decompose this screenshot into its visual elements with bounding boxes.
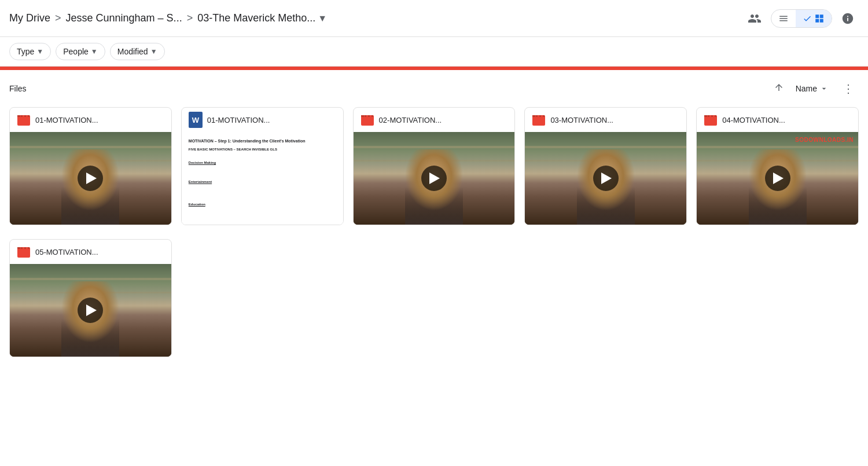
svg-marker-21 (17, 247, 20, 249)
file-thumbnail (10, 264, 171, 357)
doc-content: MOTIVATION – Step 1: Understanding the C… (182, 132, 343, 225)
play-button-overlay[interactable] (765, 166, 790, 191)
video-file-icon (361, 113, 374, 127)
doc-title: MOTIVATION – Step 1: Understanding the C… (189, 139, 336, 143)
list-item[interactable]: 03-MOTIVATION... ⋮ (524, 107, 687, 225)
file-type-icon (532, 113, 546, 127)
svg-marker-8 (368, 115, 370, 117)
svg-marker-1 (17, 115, 20, 117)
sort-up-icon (774, 82, 784, 93)
svg-marker-11 (532, 115, 535, 117)
sort-direction-button[interactable] (771, 80, 786, 98)
file-name: 04-MOTIVATION... (722, 116, 832, 124)
folder2-label: 03-The Maverick Metho... (197, 12, 315, 24)
svg-marker-2 (21, 115, 23, 117)
word-doc-icon: W (189, 112, 203, 128)
doc-section-1: Decision Making (189, 161, 336, 164)
folder2-breadcrumb: 03-The Maverick Metho... ▼ (197, 12, 327, 24)
type-filter-label: Type (17, 47, 34, 56)
play-triangle-icon (86, 304, 97, 316)
sort-name-label: Name (796, 84, 817, 93)
play-button-overlay[interactable] (78, 166, 103, 191)
breadcrumb-sep-2: > (187, 12, 193, 24)
file-card-header: 01-MOTIVATION... ⋮ (10, 108, 171, 132)
files-grid: 01-MOTIVATION... ⋮ (9, 107, 859, 239)
people-button[interactable] (743, 7, 766, 30)
people-chevron-icon: ▼ (91, 47, 98, 56)
files-title: Files (9, 84, 27, 93)
video-file-icon (17, 245, 31, 259)
file-thumbnail (10, 132, 171, 225)
play-button-overlay[interactable] (593, 166, 619, 191)
file-card-header: 05-MOTIVATION... ⋮ (10, 240, 171, 264)
files-more-icon: ⋮ (843, 82, 854, 96)
svg-marker-9 (372, 115, 373, 117)
sort-chevron-icon (819, 84, 829, 93)
list-item[interactable]: 04-MOTIVATION... ⋮ SODOWNLOADS.IN (696, 107, 859, 225)
type-filter[interactable]: Type ▼ (9, 43, 51, 60)
play-button-overlay[interactable] (421, 166, 447, 191)
video-file-icon (704, 113, 718, 127)
svg-marker-13 (539, 115, 541, 117)
doc-subtitle: FIVE BASIC MOTIVATIONS – SEARCH INVISIBL… (189, 148, 336, 151)
file-thumbnail (525, 132, 686, 225)
folder1-link[interactable]: Jesse Cunningham – S... (66, 12, 182, 24)
sort-name-button[interactable]: Name (791, 82, 833, 96)
file-thumbnail (354, 132, 515, 225)
svg-marker-19 (715, 115, 716, 117)
file-card-header: W 01-MOTIVATION... ⋮ (182, 108, 343, 132)
play-triangle-icon (429, 173, 440, 184)
svg-marker-17 (708, 115, 709, 117)
play-triangle-icon (773, 173, 784, 184)
svg-marker-23 (24, 247, 26, 249)
modified-chevron-icon: ▼ (150, 47, 157, 56)
people-filter[interactable]: People ▼ (56, 43, 105, 60)
people-filter-label: People (63, 47, 89, 56)
check-icon (803, 14, 812, 23)
breadcrumb-sep-1: > (55, 12, 61, 24)
file-card-header: 02-MOTIVATION... ⋮ (354, 108, 515, 132)
list-item[interactable]: 01-MOTIVATION... ⋮ (9, 107, 172, 225)
file-name: 02-MOTIVATION... (379, 116, 488, 124)
file-thumbnail: SODOWNLOADS.IN (697, 132, 858, 225)
svg-marker-14 (543, 115, 545, 117)
svg-marker-18 (711, 115, 713, 117)
svg-marker-16 (704, 115, 707, 117)
svg-marker-4 (28, 115, 30, 117)
files-section: Files Name ⋮ (0, 70, 868, 371)
grid-icon (814, 13, 825, 24)
file-type-icon (17, 113, 31, 127)
svg-marker-24 (28, 247, 30, 249)
file-type-icon (17, 245, 31, 259)
grid-view-button[interactable] (796, 10, 832, 27)
svg-marker-7 (365, 115, 366, 117)
header: My Drive > Jesse Cunningham – S... > 03-… (0, 0, 868, 37)
video-file-icon (17, 113, 31, 127)
play-button-overlay[interactable] (78, 298, 103, 323)
file-type-icon: W (189, 113, 203, 127)
modified-filter[interactable]: Modified ▼ (110, 43, 165, 60)
list-item[interactable]: 05-MOTIVATION... ⋮ (9, 239, 172, 357)
people-icon (748, 12, 762, 25)
list-item[interactable]: 02-MOTIVATION... ⋮ (353, 107, 516, 225)
file-name: 01-MOTIVATION... (35, 116, 145, 124)
files-more-button[interactable]: ⋮ (838, 79, 859, 98)
chevron-down-icon[interactable]: ▼ (318, 13, 327, 24)
file-type-icon (361, 113, 374, 127)
modified-filter-label: Modified (117, 47, 148, 56)
type-chevron-icon: ▼ (36, 47, 43, 56)
files-grid-row2: 05-MOTIVATION... ⋮ (9, 239, 859, 371)
svg-marker-22 (21, 247, 23, 249)
my-drive-link[interactable]: My Drive (9, 12, 50, 24)
files-header: Files Name ⋮ (9, 79, 859, 98)
info-button[interactable] (837, 8, 859, 30)
filter-bar: Type ▼ People ▼ Modified ▼ (0, 37, 868, 67)
files-controls: Name ⋮ (771, 79, 859, 98)
list-item[interactable]: W 01-MOTIVATION... ⋮ MOTIVATION – Step 1… (181, 107, 344, 225)
doc-section-2: Entertainment (189, 180, 336, 184)
play-triangle-icon (86, 173, 97, 184)
svg-marker-3 (24, 115, 26, 117)
file-thumbnail: MOTIVATION – Step 1: Understanding the C… (182, 132, 343, 225)
list-icon (778, 13, 789, 24)
list-view-button[interactable] (771, 10, 796, 27)
